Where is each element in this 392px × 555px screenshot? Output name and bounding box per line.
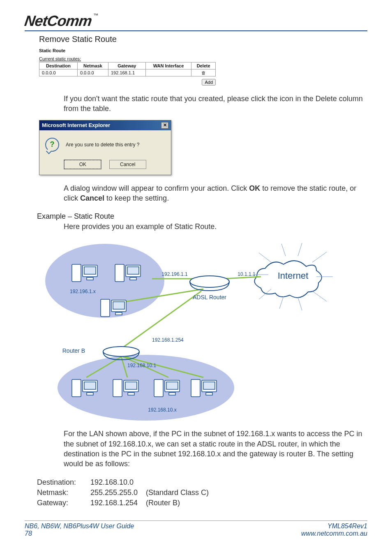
col-gateway: Gateway bbox=[108, 62, 145, 69]
svg-line-2 bbox=[312, 252, 327, 262]
footer-guide: NB6, NB6W, NB6Plus4W User Guide bbox=[25, 523, 134, 530]
router-b-ip1: 192.168.1.254 bbox=[152, 337, 184, 343]
svg-line-0 bbox=[281, 244, 286, 256]
section-title: Remove Static Route bbox=[39, 35, 367, 44]
svg-rect-20 bbox=[72, 264, 81, 282]
close-icon[interactable]: ✕ bbox=[161, 122, 168, 129]
cancel-text: Cancel bbox=[80, 194, 104, 202]
svg-rect-39 bbox=[128, 393, 134, 395]
cell-gateway: 192.168.1.1 bbox=[108, 69, 145, 76]
paragraph-example-explain: For the LAN shown above, if the PC in th… bbox=[64, 429, 367, 469]
trademark-icon: ™ bbox=[93, 12, 98, 18]
gw-note: (Router B) bbox=[146, 498, 180, 508]
svg-rect-47 bbox=[206, 393, 212, 395]
page-footer: NB6, NB6W, NB6Plus4W User Guide 78 YML85… bbox=[25, 520, 367, 537]
adsl-router-icon: ADSL Router bbox=[190, 276, 229, 301]
question-icon: ? bbox=[45, 138, 59, 152]
table-header-row: Destination Netmask Gateway WAN Interfac… bbox=[39, 62, 216, 69]
col-destination: Destination bbox=[39, 62, 78, 69]
network-diagram: Internet ADSL Router bbox=[39, 236, 335, 421]
svg-rect-30 bbox=[113, 302, 125, 309]
footer-url: www.netcomm.com.au bbox=[301, 530, 367, 537]
svg-rect-46 bbox=[203, 382, 215, 389]
footer-rev: YML854Rev1 bbox=[301, 523, 367, 530]
cancel-button[interactable]: Cancel bbox=[109, 160, 146, 169]
svg-point-19 bbox=[103, 347, 139, 356]
gw-value: 192.168.1.254 bbox=[90, 498, 146, 508]
svg-rect-38 bbox=[125, 382, 137, 389]
cell-wan bbox=[145, 69, 191, 76]
mask-note: (Standard Class C) bbox=[146, 488, 209, 498]
cell-destination: 0.0.0.0 bbox=[39, 69, 78, 76]
svg-line-6 bbox=[279, 296, 284, 309]
svg-rect-43 bbox=[169, 393, 175, 395]
routes-table: Destination Netmask Gateway WAN Interfac… bbox=[39, 62, 216, 76]
dialog-title: Microsoft Internet Explorer bbox=[42, 122, 110, 128]
svg-rect-31 bbox=[115, 312, 122, 315]
svg-rect-42 bbox=[166, 382, 178, 389]
col-delete: Delete bbox=[191, 62, 216, 69]
net1-label: 192.196.1.x bbox=[70, 289, 96, 294]
svg-rect-26 bbox=[127, 267, 139, 274]
ok-text: OK bbox=[249, 184, 260, 192]
svg-line-9 bbox=[259, 253, 271, 262]
delete-icon[interactable] bbox=[201, 70, 206, 75]
mask-value: 255.255.255.0 bbox=[90, 488, 146, 498]
static-route-panel: Static Route Current static routes: Dest… bbox=[39, 48, 216, 86]
mask-label: Netmask: bbox=[37, 488, 90, 498]
example-intro: Here provides you an example of Static R… bbox=[64, 222, 367, 231]
cell-delete bbox=[191, 69, 216, 76]
svg-rect-44 bbox=[191, 379, 200, 397]
static-route-subheading: Current static routes: bbox=[39, 56, 216, 61]
cell-netmask: 0.0.0.0 bbox=[77, 69, 108, 76]
settings-block: Destination: 192.168.10.0 Netmask: 255.2… bbox=[37, 477, 367, 509]
svg-rect-36 bbox=[113, 379, 122, 397]
net2-label: 192.168.10.x bbox=[148, 407, 176, 413]
brand-name: NetComm bbox=[23, 12, 93, 29]
svg-rect-40 bbox=[154, 379, 163, 397]
paragraph-delete-info: If you don't want the static route that … bbox=[64, 94, 367, 114]
table-row: 0.0.0.0 0.0.0.0 192.168.1.1 bbox=[39, 69, 216, 76]
ip-adsl-left: 192.196.1.1 bbox=[161, 271, 188, 277]
svg-point-18 bbox=[190, 276, 229, 287]
footer-page: 78 bbox=[25, 530, 134, 537]
gw-label: Gateway: bbox=[37, 498, 90, 508]
svg-rect-32 bbox=[72, 379, 81, 397]
svg-rect-27 bbox=[130, 278, 136, 280]
internet-label: Internet bbox=[278, 271, 309, 281]
svg-rect-22 bbox=[84, 267, 96, 274]
adsl-label: ADSL Router bbox=[193, 294, 226, 301]
confirm-dialog: Microsoft Internet Explorer ✕ ? Are you … bbox=[39, 120, 171, 175]
dest-label: Destination: bbox=[37, 477, 90, 488]
col-wan-interface: WAN Interface bbox=[145, 62, 191, 69]
internet-cloud: Internet bbox=[253, 243, 333, 310]
dialog-body: ? Are you sure to delete this entry ? OK… bbox=[39, 130, 171, 175]
static-route-heading: Static Route bbox=[39, 48, 216, 53]
router-b-label: Router B bbox=[62, 347, 85, 354]
svg-line-4 bbox=[312, 291, 327, 301]
example-title: Example – Static Route bbox=[37, 212, 367, 221]
dest-value: 192.168.10.0 bbox=[90, 477, 146, 488]
svg-rect-23 bbox=[87, 278, 93, 280]
svg-rect-35 bbox=[87, 393, 93, 395]
dialog-titlebar: Microsoft Internet Explorer ✕ bbox=[39, 120, 171, 130]
svg-rect-28 bbox=[101, 299, 110, 317]
ip-adsl-right: 10.1.1.1 bbox=[238, 271, 256, 277]
brand-logo: NetComm™ bbox=[23, 12, 98, 30]
svg-line-5 bbox=[298, 297, 302, 310]
svg-rect-24 bbox=[115, 264, 124, 282]
router-b-ip2: 192.168.10.1 bbox=[127, 363, 156, 368]
svg-rect-34 bbox=[84, 382, 96, 389]
header: NetComm™ bbox=[25, 12, 367, 31]
col-netmask: Netmask bbox=[77, 62, 108, 69]
paragraph-dialog-info: A dialog window will appear to confirm y… bbox=[64, 183, 367, 204]
add-button[interactable]: Add bbox=[202, 79, 216, 86]
dialog-message: Are you sure to delete this entry ? bbox=[66, 142, 139, 148]
svg-line-1 bbox=[298, 243, 302, 256]
ok-button[interactable]: OK bbox=[64, 160, 101, 169]
